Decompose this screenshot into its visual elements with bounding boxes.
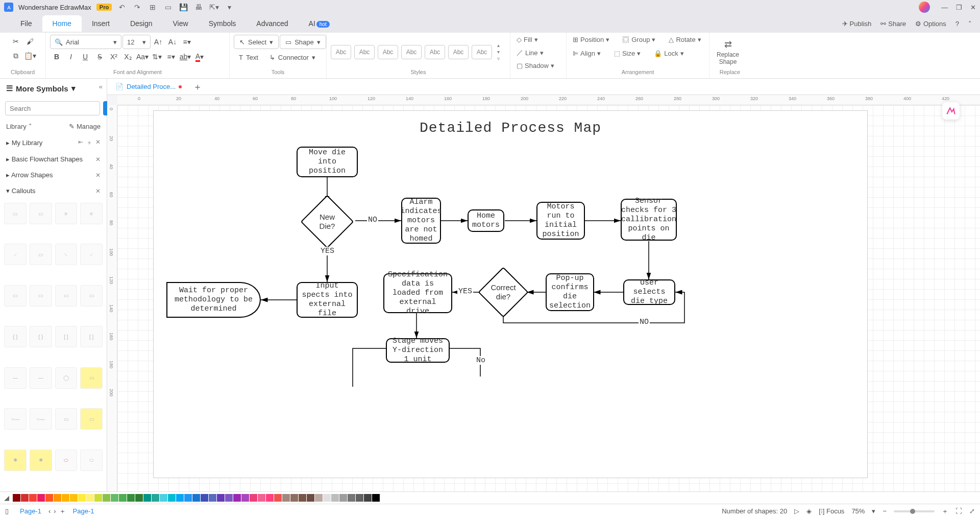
- eyedropper-icon[interactable]: ◢: [4, 494, 9, 502]
- color-swatch[interactable]: [37, 494, 45, 502]
- color-swatch[interactable]: [339, 494, 347, 502]
- zoom-slider[interactable]: [894, 510, 935, 512]
- position-button[interactable]: ⊞ Position ▾: [571, 35, 611, 44]
- page-label[interactable]: Page-1: [16, 506, 45, 516]
- shape-item[interactable]: ▭: [30, 244, 52, 265]
- color-swatch[interactable]: [290, 494, 298, 502]
- case-button[interactable]: Aa▾: [136, 50, 149, 63]
- color-swatch[interactable]: [94, 494, 102, 502]
- shape-item[interactable]: ○—: [30, 408, 52, 430]
- current-page-tab[interactable]: Page-1: [73, 507, 94, 515]
- zoom-value[interactable]: 75%: [851, 507, 865, 515]
- color-swatch[interactable]: [176, 494, 184, 502]
- align-button[interactable]: ≡▾: [180, 35, 193, 49]
- library-toggle[interactable]: Library ˄: [6, 123, 32, 130]
- layers-icon[interactable]: ◈: [806, 507, 812, 515]
- more-button[interactable]: ▾: [224, 2, 234, 12]
- color-swatch[interactable]: [217, 494, 225, 502]
- doc-tab[interactable]: 📄 Detailed Proce...: [110, 81, 187, 92]
- cut-button[interactable]: ✂: [9, 35, 22, 48]
- cat-basic[interactable]: ▸ Basic Flowchart Shapes✕: [0, 151, 107, 167]
- text-tool[interactable]: T Text: [234, 50, 263, 64]
- menu-symbols[interactable]: Symbols: [199, 15, 247, 32]
- shape-item[interactable]: ⟋: [4, 244, 27, 265]
- color-swatch[interactable]: [13, 494, 20, 502]
- shape-item[interactable]: ✹: [30, 450, 52, 471]
- shape-item[interactable]: ▭: [30, 203, 52, 224]
- cat-arrow[interactable]: ▸ Arrow Shapes✕: [0, 167, 107, 183]
- style-swatch-4[interactable]: Abc: [401, 45, 422, 59]
- color-swatch[interactable]: [225, 494, 233, 502]
- canvas[interactable]: Detailed Process Map: [117, 105, 980, 491]
- shape-item[interactable]: ▭: [30, 285, 52, 307]
- print-button[interactable]: 🖶: [193, 2, 204, 12]
- node-home-motors[interactable]: Home motors: [468, 209, 504, 232]
- redo-button[interactable]: ↷: [132, 2, 142, 12]
- style-more[interactable]: ▿: [497, 56, 500, 61]
- node-input-spects[interactable]: Input spects into external file: [297, 282, 358, 318]
- fill-button[interactable]: ◇ Fill ▾: [514, 35, 540, 44]
- node-move-die[interactable]: Move die into position: [297, 147, 358, 177]
- focus-button[interactable]: [⁝] Focus: [819, 507, 844, 515]
- shape-item[interactable]: ▭: [80, 408, 103, 430]
- user-avatar[interactable]: [919, 2, 930, 13]
- bullets-button[interactable]: ≡▾: [164, 50, 178, 63]
- color-swatch[interactable]: [364, 494, 372, 502]
- cat-callouts[interactable]: ▾ Callouts✕: [0, 183, 107, 199]
- collapse-sidebar-icon[interactable]: «: [99, 83, 103, 90]
- save-button[interactable]: 💾: [178, 2, 188, 12]
- color-swatch[interactable]: [233, 494, 241, 502]
- bold-button[interactable]: B: [50, 50, 63, 63]
- shape-item[interactable]: ▭: [55, 285, 78, 307]
- close-icon[interactable]: ✕: [95, 156, 101, 163]
- node-popup[interactable]: Pop-up confirms die selection: [546, 273, 594, 311]
- color-swatch[interactable]: [54, 494, 61, 502]
- group-button[interactable]: ⿴ Group ▾: [621, 35, 657, 44]
- grow-font-button[interactable]: A↑: [152, 35, 165, 49]
- next-page[interactable]: ›: [54, 507, 56, 515]
- style-swatch-7[interactable]: Abc: [472, 45, 492, 59]
- search-input[interactable]: [5, 101, 100, 115]
- color-swatch[interactable]: [29, 494, 37, 502]
- paste-button[interactable]: 📋▾: [23, 49, 37, 62]
- fit-page-icon[interactable]: ⛶: [955, 507, 962, 515]
- style-swatch-3[interactable]: Abc: [378, 45, 398, 59]
- color-swatch[interactable]: [192, 494, 200, 502]
- color-swatch[interactable]: [307, 494, 314, 502]
- color-swatch[interactable]: [241, 494, 249, 502]
- minimize-button[interactable]: —: [941, 4, 948, 11]
- page-view-icon[interactable]: ▯: [5, 507, 9, 515]
- new-button[interactable]: ⊞: [148, 2, 158, 12]
- fullscreen-icon[interactable]: ⤢: [969, 507, 975, 515]
- help-button[interactable]: ?: [955, 20, 959, 28]
- color-swatch[interactable]: [331, 494, 339, 502]
- node-stage-moves[interactable]: Stage moves Y-direction 1 unit: [386, 338, 450, 363]
- open-button[interactable]: ▭: [163, 2, 173, 12]
- subscript-button[interactable]: X₂: [121, 50, 135, 63]
- shape-item[interactable]: ◯: [55, 367, 78, 389]
- lock-button[interactable]: 🔒 Lock ▾: [652, 49, 685, 58]
- font-size[interactable]: 12▾: [122, 35, 151, 49]
- color-swatch[interactable]: [143, 494, 151, 502]
- color-swatch[interactable]: [103, 494, 110, 502]
- node-alarm[interactable]: Alarm indicates motors are not homed: [401, 198, 441, 244]
- color-swatch[interactable]: [78, 494, 86, 502]
- shape-item[interactable]: [ ]: [55, 326, 78, 347]
- node-new-die[interactable]: New Die?: [301, 195, 354, 249]
- close-button[interactable]: ✕: [970, 4, 976, 11]
- node-motors-run[interactable]: Motors run to initial position: [536, 202, 585, 240]
- menu-insert[interactable]: Insert: [82, 15, 120, 32]
- present-icon[interactable]: ▷: [794, 507, 799, 515]
- shape-tool[interactable]: ▭ Shape ▾: [280, 35, 326, 49]
- node-wait[interactable]: Wait for proper methodology to be determ…: [166, 282, 261, 318]
- format-painter-button[interactable]: 🖌: [23, 35, 37, 48]
- shape-item[interactable]: ⟍: [55, 244, 78, 265]
- shape-item[interactable]: ▭: [80, 367, 103, 389]
- import-icon[interactable]: ⇤: [78, 138, 83, 147]
- color-swatch[interactable]: [258, 494, 265, 502]
- color-swatch[interactable]: [250, 494, 257, 502]
- share-button[interactable]: ⚯ Share: [880, 20, 906, 28]
- menu-advanced[interactable]: Advanced: [246, 15, 298, 32]
- cat-mylibrary[interactable]: ▸ My Library⇤＋✕: [0, 134, 107, 151]
- prev-page[interactable]: ‹: [48, 507, 51, 515]
